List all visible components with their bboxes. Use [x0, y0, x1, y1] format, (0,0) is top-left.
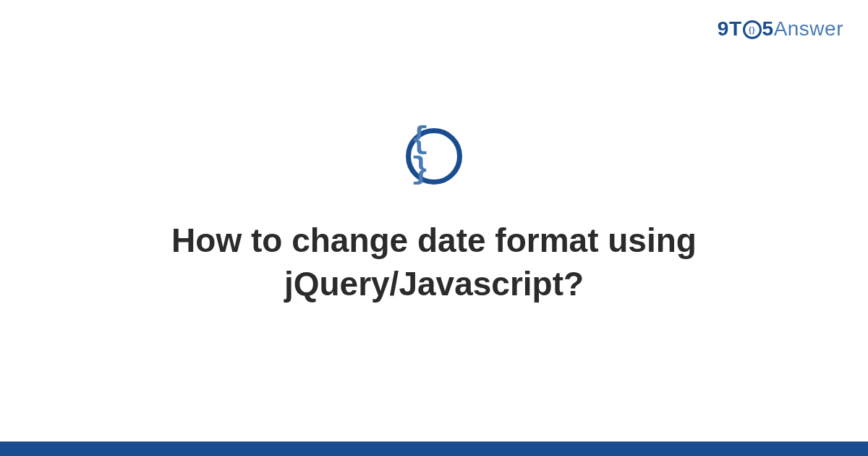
code-category-icon: { }: [406, 128, 462, 185]
question-title: How to change date format using jQuery/J…: [80, 219, 788, 306]
footer-accent-bar: [0, 442, 868, 456]
main-content: { } How to change date format using jQue…: [0, 0, 868, 456]
braces-icon: { }: [411, 124, 457, 185]
